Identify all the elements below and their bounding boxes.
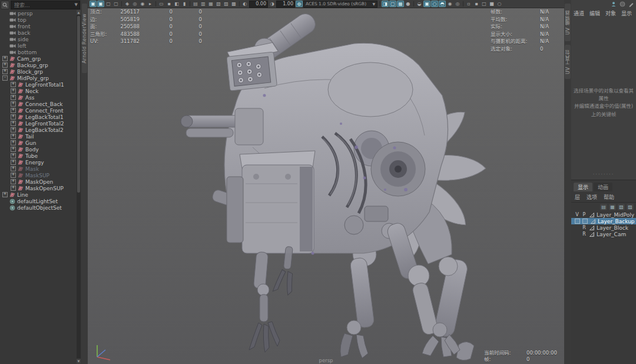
outliner-filter-icon[interactable] xyxy=(1,1,9,9)
plugin-shelf-icon-3[interactable]: □ xyxy=(481,1,488,7)
bookmark-icon[interactable]: ▮ xyxy=(181,1,188,7)
outliner-item-MaskOpenSUP[interactable]: +MaskOpenSUP xyxy=(0,185,76,191)
expand-toggle-icon[interactable]: + xyxy=(11,101,16,107)
plugin-shelf-icon-2[interactable]: ▪ xyxy=(473,1,480,7)
new-render-layer-icon[interactable]: ▧ xyxy=(618,204,625,210)
outliner-item-bottom[interactable]: bottom xyxy=(0,49,76,55)
outliner-scrollbar[interactable]: ▲ ▼ xyxy=(77,10,81,363)
shadows-icon[interactable]: ◓ xyxy=(439,1,446,7)
xray-icon[interactable]: ▢ xyxy=(389,1,396,7)
outliner-item-Tube[interactable]: +Tube xyxy=(0,153,76,159)
outliner-item-Block_grp[interactable]: +Block_grp xyxy=(0,68,76,75)
camera-icon[interactable]: ▭ xyxy=(158,1,165,7)
menu-layers[interactable]: 层 xyxy=(575,193,580,201)
tab-uv-toolkit[interactable]: UV 工具包 xyxy=(565,45,571,79)
outliner-item-Tail[interactable]: +Tail xyxy=(0,133,76,140)
outliner-search-box[interactable]: ▼ xyxy=(11,1,80,9)
scroll-up-icon[interactable]: ▲ xyxy=(77,10,81,15)
sphere-icon[interactable] xyxy=(619,1,625,7)
scroll-down-icon[interactable]: ▼ xyxy=(77,359,81,363)
outliner-item-LegFrontTotal2[interactable]: +LegFrontTotal2 xyxy=(0,120,76,127)
outliner-item-Backup_grp[interactable]: +Backup_grp xyxy=(0,62,76,68)
outliner-item-defaultLightSet[interactable]: defaultLightSet xyxy=(0,198,76,204)
expand-toggle-icon[interactable]: + xyxy=(11,134,16,139)
expand-toggle-icon[interactable]: + xyxy=(11,114,16,120)
outliner-item-LegBackTotal1[interactable]: +LegBackTotal1 xyxy=(0,114,76,120)
outliner-search-input[interactable] xyxy=(13,2,75,9)
menu-channels[interactable]: 通道 xyxy=(574,9,584,17)
outliner-item-back[interactable]: back xyxy=(0,29,76,36)
menu-show[interactable]: 显示 xyxy=(621,9,632,17)
expand-toggle-icon[interactable]: + xyxy=(2,192,8,197)
field-chart-icon[interactable]: ▨ xyxy=(223,1,230,7)
outliner-item-Connect_Back[interactable]: +Connect_Back xyxy=(0,101,76,107)
select-mask-component-icon[interactable]: ▢ xyxy=(105,1,112,7)
expand-toggle-icon[interactable]: + xyxy=(11,121,16,126)
outliner-item-left[interactable]: left xyxy=(0,42,76,49)
layer-display-type-toggle[interactable] xyxy=(582,219,588,224)
expand-toggle-icon[interactable]: + xyxy=(11,160,16,165)
scale-tool-icon[interactable]: ◉ xyxy=(139,1,146,7)
outliner-item-defaultObjectSet[interactable]: defaultObjectSet xyxy=(0,204,76,211)
outliner-item-MidPoly_grp[interactable]: -MidPoly_grp xyxy=(0,75,76,81)
expand-toggle-icon[interactable]: + xyxy=(2,69,8,74)
viewport-panel[interactable]: ▣▣▢▢◈◎◉▸▭▪◧▮▤▥▦▧▨▩◐0.00◑1.00◍ACES 1.0 SD… xyxy=(88,0,564,364)
outliner-item-LegFrontTotal1[interactable]: +LegFrontTotal1 xyxy=(0,81,76,88)
use-all-lights-icon[interactable]: ○ xyxy=(431,1,438,7)
menu-edit[interactable]: 编辑 xyxy=(589,9,600,17)
layer-visibility-toggle[interactable]: V xyxy=(574,212,581,217)
outliner-item-LegBackTotal2[interactable]: +LegBackTotal2 xyxy=(0,127,76,133)
camera-attributes-icon[interactable]: ◧ xyxy=(173,1,180,7)
layer-row-Layer_Block[interactable]: RLayer_Block xyxy=(571,224,636,231)
layer-visibility-toggle[interactable] xyxy=(575,219,580,224)
expand-toggle-icon[interactable]: + xyxy=(11,95,16,100)
grid-toggle-icon[interactable]: ▤ xyxy=(192,1,199,7)
expand-toggle-icon[interactable]: + xyxy=(11,153,16,158)
outliner-item-Line[interactable]: +Line xyxy=(0,191,76,198)
safe-action-icon[interactable]: ▩ xyxy=(230,1,237,7)
expand-toggle-icon[interactable]: + xyxy=(11,82,16,87)
outliner-item-Body[interactable]: +Body xyxy=(0,146,76,153)
outliner-item-Gun[interactable]: +Gun xyxy=(0,140,76,146)
layer-display-type-toggle[interactable]: R xyxy=(581,225,588,230)
default-material-icon[interactable]: ● xyxy=(405,1,412,7)
view-transform-icon[interactable]: ◍ xyxy=(296,1,303,7)
outliner-item-Neck[interactable]: +Neck xyxy=(0,88,76,94)
layer-row-Layer_Backup[interactable]: Layer_Backup xyxy=(571,218,636,224)
expand-toggle-icon[interactable]: + xyxy=(11,166,16,171)
outliner-item-side[interactable]: side xyxy=(0,36,76,42)
plugin-shelf-icon-4[interactable]: ■ xyxy=(488,1,495,7)
search-dropdown-caret-icon[interactable]: ▼ xyxy=(75,3,78,7)
resolution-gate-icon[interactable]: ▦ xyxy=(207,1,214,7)
film-gate-icon[interactable]: ▥ xyxy=(200,1,207,7)
highlight-selection-icon[interactable]: ▢ xyxy=(112,1,120,7)
expand-toggle-icon[interactable]: + xyxy=(2,56,8,61)
exposure-icon[interactable]: ◐ xyxy=(241,1,249,7)
user-account-icon[interactable] xyxy=(610,1,617,7)
gamma-icon[interactable]: ◑ xyxy=(269,1,276,7)
outliner-item-top[interactable]: top xyxy=(0,16,76,23)
menu-options[interactable]: 选项 xyxy=(587,193,597,201)
move-tool-icon[interactable]: ◈ xyxy=(124,1,131,7)
textured-mode-icon[interactable]: ▣ xyxy=(423,1,430,7)
expand-toggle-icon[interactable]: + xyxy=(11,147,16,152)
outliner-item-front[interactable]: front xyxy=(0,23,76,29)
tab-anim-layers[interactable]: 动画 xyxy=(594,183,612,191)
expand-toggle-icon[interactable]: + xyxy=(2,62,8,68)
menu-help[interactable]: 帮助 xyxy=(604,193,614,201)
menu-object[interactable]: 对象 xyxy=(605,9,616,17)
outliner-item-Mask[interactable]: +Mask xyxy=(0,166,76,172)
layer-display-type-toggle[interactable]: P xyxy=(581,212,588,217)
layer-row-Layer_MidPoly[interactable]: VPLayer_MidPoly xyxy=(571,211,636,218)
new-empty-layer-icon[interactable]: ▤ xyxy=(600,204,607,210)
outliner-item-Ass[interactable]: +Ass xyxy=(0,94,76,101)
lock-camera-icon[interactable]: ▪ xyxy=(165,1,173,7)
expand-toggle-icon[interactable]: + xyxy=(11,140,16,145)
exposure-field[interactable]: 0.00 xyxy=(249,1,268,8)
outliner-item-Energy[interactable]: +Energy xyxy=(0,159,76,166)
layer-row-Layer_Cam[interactable]: RLayer_Cam xyxy=(571,231,636,237)
view-transform-dropdown[interactable]: ACES 1.0 SDR-video (sRGB)▼ xyxy=(303,1,377,8)
outliner-item-MaskOpen[interactable]: +MaskOpen xyxy=(0,178,76,185)
plugin-shelf-icon-1[interactable]: ▫ xyxy=(465,1,472,7)
panel-splitter-handle[interactable]: ········ xyxy=(571,172,636,177)
